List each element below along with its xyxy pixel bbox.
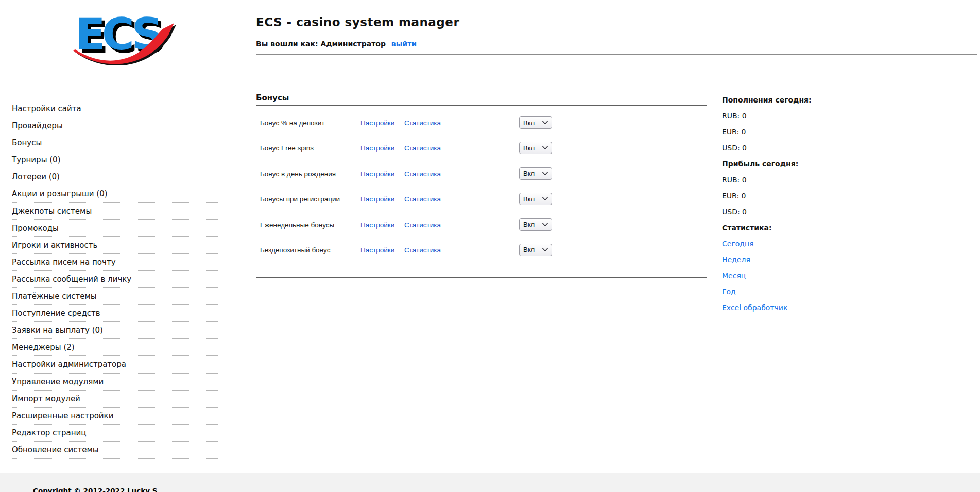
sidebar-item-lotteries[interactable]: Лотереи (0) [12, 168, 218, 185]
sidebar-item-jackpots[interactable]: Джекпоты системы [12, 203, 218, 220]
header-divider [256, 54, 977, 55]
stats-month-link[interactable]: Месяц [722, 272, 746, 280]
sidebar-item-promotions[interactable]: Акции и розыгрыши (0) [12, 185, 218, 202]
deposits-usd-value: USD: 0 [722, 141, 892, 157]
sidebar-item-tournaments[interactable]: Турниры (0) [12, 151, 218, 168]
page: ECS ECS ECS - casino system manager Вы в… [0, 0, 980, 492]
bonus-row-weekly: Еженедельные бонусы Настройки Статистика… [256, 212, 707, 237]
statistics-header: Статистика: [722, 220, 892, 236]
profit-usd-value: USD: 0 [722, 205, 892, 220]
deposits-rub-value: RUB: 0 [722, 109, 892, 125]
deposits-today-header: Пополнения сегодня: [722, 93, 892, 109]
stats-today-link[interactable]: Сегодня [722, 240, 754, 248]
bonus-row-label: Бонус в день рождения [260, 170, 336, 178]
page-title: ECS - casino system manager [256, 15, 459, 29]
section-divider-bottom [256, 277, 707, 278]
bonus-toggle-value: Вкл [523, 220, 535, 228]
bonus-settings-link[interactable]: Настройки [360, 170, 394, 178]
bonus-row-label: Бонусы при регистрации [260, 195, 340, 203]
section-divider-top [256, 105, 707, 106]
sidebar-item-advanced-settings[interactable]: Расширенные настройки [12, 408, 218, 425]
bonus-statistics-link[interactable]: Статистика [404, 144, 441, 152]
chevron-down-icon [542, 121, 548, 125]
profit-rub-value: RUB: 0 [722, 173, 892, 189]
sidebar-item-payment-systems[interactable]: Платёжные системы [12, 288, 218, 305]
sidebar: Настройки сайта Провайдеры Бонусы Турнир… [12, 100, 218, 459]
bonus-toggle-value: Вкл [523, 119, 535, 127]
bonus-statistics-link[interactable]: Статистика [404, 246, 441, 254]
sidebar-item-promocodes[interactable]: Промокоды [12, 220, 218, 237]
bonus-settings-link[interactable]: Настройки [360, 144, 394, 152]
sidebar-item-providers[interactable]: Провайдеры [12, 117, 218, 134]
bonus-statistics-link[interactable]: Статистика [404, 119, 441, 127]
right-panel: Пополнения сегодня: RUB: 0 EUR: 0 USD: 0… [722, 93, 892, 316]
bonus-settings-link[interactable]: Настройки [360, 246, 394, 254]
sidebar-item-managers[interactable]: Менеджеры (2) [12, 339, 218, 356]
chevron-down-icon [542, 172, 548, 176]
stats-week-link[interactable]: Неделя [722, 256, 750, 264]
bonus-toggle-value: Вкл [523, 246, 535, 253]
bonus-row-label: Бонус % на депозит [260, 119, 324, 127]
bonus-row-label: Еженедельные бонусы [260, 221, 334, 229]
bonus-settings-link[interactable]: Настройки [360, 119, 394, 127]
divider-main-rightpanel [715, 85, 715, 459]
sidebar-item-site-settings[interactable]: Настройки сайта [12, 100, 218, 117]
bonus-row-no-deposit: Бездепозитный бонус Настройки Статистика… [256, 237, 707, 263]
bonus-toggle-select[interactable]: Вкл [519, 218, 552, 231]
bonus-toggle-select[interactable]: Вкл [519, 116, 552, 129]
sidebar-item-page-editor[interactable]: Редактор страниц [12, 425, 218, 442]
divider-sidebar-main [246, 85, 246, 459]
bonus-row-birthday: Бонус в день рождения Настройки Статисти… [256, 161, 707, 186]
bonus-toggle-value: Вкл [523, 144, 535, 152]
chevron-down-icon [542, 248, 548, 252]
login-status-line: Вы вошли как: Администратор выйти [256, 40, 417, 48]
logout-link[interactable]: выйти [391, 40, 417, 48]
section-heading: Бонусы [256, 93, 289, 103]
ecs-logo[interactable]: ECS ECS [67, 6, 180, 65]
copyright-text: Copyright © 2012-2022 Lucky S [33, 487, 157, 492]
sidebar-item-admin-settings[interactable]: Настройки администратора [12, 356, 218, 373]
footer: Copyright © 2012-2022 Lucky S [0, 473, 980, 492]
chevron-down-icon [542, 197, 548, 201]
bonus-settings-link[interactable]: Настройки [360, 221, 394, 229]
profit-eur-value: EUR: 0 [722, 189, 892, 205]
bonus-statistics-link[interactable]: Статистика [404, 170, 441, 178]
bonuses-section: Бонусы Бонус % на депозит Настройки Стат… [256, 93, 707, 281]
chevron-down-icon [542, 146, 548, 150]
sidebar-item-module-management[interactable]: Управление модулями [12, 374, 218, 391]
bonus-statistics-link[interactable]: Статистика [404, 221, 441, 229]
stats-year-link[interactable]: Год [722, 287, 736, 296]
sidebar-item-payout-requests[interactable]: Заявки на выплату (0) [12, 322, 218, 339]
bonus-row-registration: Бонусы при регистрации Настройки Статист… [256, 186, 707, 212]
sidebar-item-players[interactable]: Игроки и активность [12, 237, 218, 254]
bonus-settings-link[interactable]: Настройки [360, 195, 394, 203]
bonus-toggle-select[interactable]: Вкл [519, 244, 552, 256]
sidebar-item-module-import[interactable]: Импорт модулей [12, 391, 218, 408]
bonus-row-deposit-percent: Бонус % на депозит Настройки Статистика … [256, 110, 707, 135]
chevron-down-icon [542, 223, 548, 227]
bonus-row-label: Бездепозитный бонус [260, 246, 330, 254]
ecs-logo-graphic: ECS ECS [67, 6, 180, 65]
sidebar-item-email-mailing[interactable]: Рассылка писем на почту [12, 254, 218, 271]
bonus-rows: Бонус % на депозит Настройки Статистика … [256, 110, 707, 263]
sidebar-item-pm-mailing[interactable]: Рассылка сообщений в личку [12, 271, 218, 288]
bonus-statistics-link[interactable]: Статистика [404, 195, 441, 203]
bonus-toggle-select[interactable]: Вкл [519, 193, 552, 205]
bonus-toggle-select[interactable]: Вкл [519, 167, 552, 180]
bonus-toggle-value: Вкл [523, 195, 535, 203]
deposits-eur-value: EUR: 0 [722, 125, 892, 141]
bonus-toggle-select[interactable]: Вкл [519, 142, 552, 154]
login-status-label: Вы вошли как: Администратор [256, 40, 386, 48]
bonus-row-label: Бонус Free spins [260, 144, 314, 152]
bonus-toggle-value: Вкл [523, 169, 535, 177]
stats-excel-link[interactable]: Excel обработчик [722, 303, 787, 312]
sidebar-item-incoming-funds[interactable]: Поступление средств [12, 305, 218, 322]
profit-today-header: Прибыль сегодня: [722, 157, 892, 173]
sidebar-item-system-update[interactable]: Обновление системы [12, 442, 218, 459]
sidebar-item-bonuses[interactable]: Бонусы [12, 134, 218, 151]
bonus-row-free-spins: Бонус Free spins Настройки Статистика Вк… [256, 135, 707, 161]
